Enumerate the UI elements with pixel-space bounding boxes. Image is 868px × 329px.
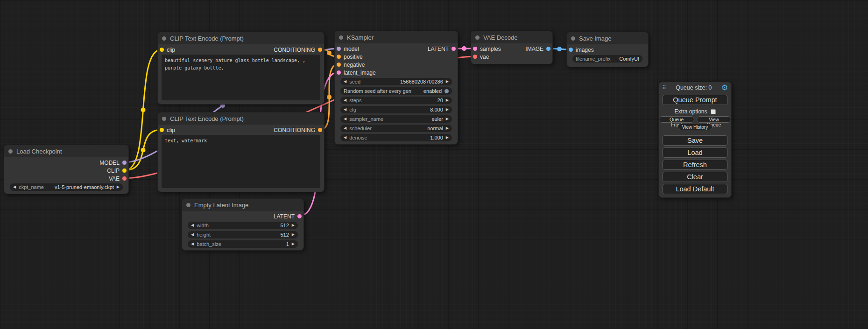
node-title-bar[interactable]: Save Image <box>567 32 648 44</box>
output-slot-clip: CLIP <box>107 167 128 175</box>
node-ksampler[interactable]: KSampler model positive negative latent_… <box>334 31 458 145</box>
increment-arrow-icon[interactable]: ▶ <box>446 80 449 84</box>
node-title-bar[interactable]: Load Checkpoint <box>4 145 128 157</box>
input-slot-clip: clip <box>158 46 175 54</box>
clear-button[interactable]: Clear <box>662 172 728 182</box>
load-default-button[interactable]: Load Default <box>662 184 728 194</box>
decrement-arrow-icon[interactable]: ◀ <box>344 117 346 121</box>
save-button[interactable]: Save <box>662 135 728 146</box>
queue-panel: ⠿ Queue size: 0 ⚙ Queue Prompt Extra opt… <box>658 82 732 198</box>
collapse-dot-icon[interactable] <box>8 149 13 154</box>
widget-height[interactable]: ◀ height 512 ▶ <box>188 231 298 238</box>
load-button[interactable]: Load <box>662 147 728 158</box>
widget-sampler-name[interactable]: ◀ sampler_name euler ▶ <box>340 115 452 123</box>
widget-label: seed <box>349 79 360 84</box>
input-port-negative[interactable] <box>337 63 341 67</box>
collapse-dot-icon[interactable] <box>339 35 343 40</box>
widget-value: 8.000 <box>430 107 443 112</box>
collapse-dot-icon[interactable] <box>475 35 480 40</box>
input-slot-positive: positive <box>335 53 376 61</box>
widget-cfg[interactable]: ◀ cfg 8.000 ▶ <box>340 106 452 113</box>
input-port-clip[interactable] <box>160 48 164 52</box>
node-title-bar[interactable]: Empty Latent Image <box>182 199 303 211</box>
increment-arrow-icon[interactable]: ▶ <box>446 117 449 121</box>
node-title-bar[interactable]: CLIP Text Encode (Prompt) <box>158 32 324 44</box>
decrement-arrow-icon[interactable]: ◀ <box>344 136 346 140</box>
toggle-dot-icon[interactable] <box>445 89 449 93</box>
output-port-model[interactable] <box>122 161 127 165</box>
widget-ckpt-name[interactable]: ◀ ckpt_name v1-5-pruned-emaonly.ckpt ▶ <box>10 183 123 191</box>
negative-prompt-textarea[interactable]: text, watermark <box>162 135 320 188</box>
input-port-model[interactable] <box>337 47 341 51</box>
node-save-image[interactable]: Save Image images filename_prefix ComfyU… <box>566 32 649 67</box>
widget-filename-prefix[interactable]: filename_prefix ComfyUI <box>572 55 642 63</box>
increment-arrow-icon[interactable]: ▶ <box>446 126 449 130</box>
input-port-vae[interactable] <box>473 55 477 59</box>
refresh-button[interactable]: Refresh <box>662 160 728 170</box>
increment-arrow-icon[interactable]: ▶ <box>446 108 449 112</box>
node-title-bar[interactable]: CLIP Text Encode (Prompt) <box>158 112 324 125</box>
input-port-images[interactable] <box>569 48 573 52</box>
node-vae-decode[interactable]: VAE Decode samples vae IMAGE <box>471 31 553 64</box>
output-port-conditioning[interactable] <box>318 48 322 52</box>
view-history-button[interactable]: View History <box>677 124 713 130</box>
output-label: VAE <box>109 175 120 182</box>
queue-front-button[interactable]: Queue Front <box>659 116 694 123</box>
output-port-latent[interactable] <box>297 214 302 218</box>
node-load-checkpoint[interactable]: Load Checkpoint MODEL CLIP VAE ◀ ckpt_na… <box>4 145 129 194</box>
settings-gear-icon[interactable]: ⚙ <box>721 84 728 91</box>
input-port-clip[interactable] <box>160 128 164 132</box>
increment-arrow-icon[interactable]: ▶ <box>292 242 295 246</box>
output-port-conditioning[interactable] <box>318 128 322 132</box>
collapse-dot-icon[interactable] <box>162 117 166 121</box>
queue-prompt-button[interactable]: Queue Prompt <box>662 95 728 105</box>
increment-arrow-icon[interactable]: ▶ <box>446 136 449 140</box>
output-slot-image: IMAGE <box>525 45 552 53</box>
node-clip-text-encode-negative[interactable]: CLIP Text Encode (Prompt) clip CONDITION… <box>157 112 325 192</box>
widget-batch-size[interactable]: ◀ batch_size 1 ▶ <box>188 240 298 248</box>
output-port-image[interactable] <box>546 47 550 51</box>
node-title-bar[interactable]: VAE Decode <box>471 31 552 43</box>
output-slot-conditioning: CONDITIONING <box>274 46 324 54</box>
drag-handle-icon[interactable]: ⠿ <box>662 84 666 91</box>
collapse-dot-icon[interactable] <box>162 36 166 41</box>
output-slot-model: MODEL <box>99 159 128 167</box>
input-port-samples[interactable] <box>473 47 477 51</box>
increment-arrow-icon[interactable]: ▶ <box>446 98 449 102</box>
decrement-arrow-icon[interactable]: ◀ <box>191 224 194 227</box>
node-clip-text-encode-positive[interactable]: CLIP Text Encode (Prompt) clip CONDITION… <box>157 32 325 105</box>
node-empty-latent-image[interactable]: Empty Latent Image LATENT ◀ width 512 ▶ … <box>182 198 304 251</box>
input-port-latent-image[interactable] <box>337 70 341 75</box>
collapse-dot-icon[interactable] <box>186 203 191 207</box>
extra-options-label: Extra options <box>674 108 707 115</box>
increment-arrow-icon[interactable]: ▶ <box>292 233 295 237</box>
view-queue-button[interactable]: View Queue <box>697 116 731 123</box>
output-port-clip[interactable] <box>122 168 127 173</box>
input-slot-clip: clip <box>158 126 175 134</box>
output-port-latent[interactable] <box>452 47 456 51</box>
decrement-arrow-icon[interactable]: ◀ <box>344 126 346 130</box>
widget-denoise[interactable]: ◀ denoise 1.000 ▶ <box>340 134 452 141</box>
decrement-arrow-icon[interactable]: ◀ <box>344 80 346 84</box>
input-port-positive[interactable] <box>337 55 341 59</box>
decrement-arrow-icon[interactable]: ◀ <box>191 242 194 246</box>
widget-scheduler[interactable]: ◀ scheduler normal ▶ <box>340 125 452 132</box>
input-slot-vae: vae <box>471 53 501 61</box>
widget-steps[interactable]: ◀ steps 20 ▶ <box>340 97 452 104</box>
widget-width[interactable]: ◀ width 512 ▶ <box>188 222 298 229</box>
extra-options-checkbox[interactable] <box>711 109 716 114</box>
widget-seed[interactable]: ◀ seed 156680208700286 ▶ <box>340 78 452 85</box>
node-title-bar[interactable]: KSampler <box>335 31 458 43</box>
increment-arrow-icon[interactable]: ▶ <box>117 185 120 189</box>
input-label: vae <box>480 54 489 60</box>
decrement-arrow-icon[interactable]: ◀ <box>13 185 16 189</box>
widget-label: ckpt_name <box>19 184 44 190</box>
decrement-arrow-icon[interactable]: ◀ <box>344 108 346 112</box>
widget-random-seed-toggle[interactable]: Random seed after every gen enabled <box>340 87 452 95</box>
output-port-vae[interactable] <box>122 176 127 181</box>
increment-arrow-icon[interactable]: ▶ <box>292 224 295 227</box>
decrement-arrow-icon[interactable]: ◀ <box>344 98 346 102</box>
positive-prompt-textarea[interactable]: beautiful scenery nature glass bottle la… <box>162 55 320 100</box>
decrement-arrow-icon[interactable]: ◀ <box>191 233 194 237</box>
collapse-dot-icon[interactable] <box>571 36 575 41</box>
